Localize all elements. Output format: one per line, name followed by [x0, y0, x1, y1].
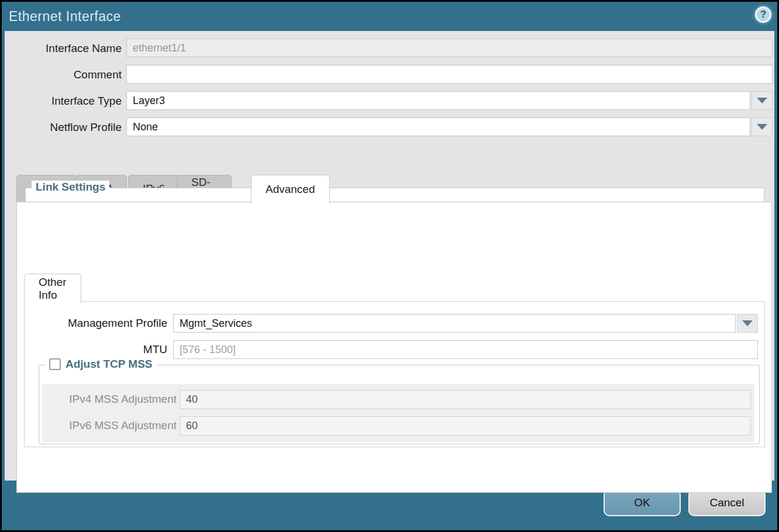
adjust-tcp-mss-legend: Adjust TCP MSS: [45, 358, 157, 371]
netflow-profile-label: Netflow Profile: [5, 118, 122, 137]
link-settings-legend-text: Link Settings: [36, 181, 105, 194]
title-bar: Ethernet Interface: [2, 2, 777, 31]
chevron-down-icon: [742, 320, 753, 326]
chevron-down-icon: [757, 98, 767, 103]
interface-type-label: Interface Type: [5, 92, 122, 110]
interface-name-field: [126, 39, 773, 57]
mtu-label: MTU: [51, 340, 167, 359]
help-glyph: ?: [760, 9, 766, 20]
netflow-profile-dropdown-button[interactable]: [752, 118, 773, 136]
ipv6-mss-adjustment-field: [180, 416, 751, 436]
interface-type-dropdown-button[interactable]: [752, 91, 773, 110]
cancel-button[interactable]: Cancel: [688, 489, 766, 516]
dialog-title: Ethernet Interface: [9, 9, 121, 25]
ipv4-mss-adjustment-label: IPv4 MSS Adjustment: [60, 390, 177, 409]
management-profile-dropdown[interactable]: [173, 314, 758, 333]
management-profile-dropdown-button[interactable]: [737, 314, 758, 333]
adjust-tcp-mss-legend-text: Adjust TCP MSS: [66, 358, 153, 371]
comment-label: Comment: [5, 65, 122, 84]
mtu-field[interactable]: [173, 340, 758, 359]
chevron-down-icon: [757, 124, 767, 130]
netflow-profile-value[interactable]: [126, 118, 750, 136]
interface-name-label: Interface Name: [5, 39, 122, 58]
mss-disabled-group: IPv4 MSS Adjustment IPv6 MSS Adjustment: [42, 384, 754, 442]
adjust-tcp-mss-fieldset: Adjust TCP MSS IPv4 MSS Adjustment IPv6 …: [39, 365, 760, 444]
ipv6-mss-adjustment-label: IPv6 MSS Adjustment: [60, 416, 177, 435]
help-icon[interactable]: ?: [755, 6, 771, 23]
tab-other-info[interactable]: Other Info: [24, 274, 81, 303]
other-info-tab-panel: Management Profile MTU Adjust TCP: [24, 301, 765, 447]
link-settings-legend: Link Settings: [32, 181, 109, 194]
ipv4-mss-adjustment-field: [180, 390, 751, 409]
ok-button[interactable]: OK: [604, 489, 681, 516]
management-profile-label: Management Profile: [51, 314, 167, 333]
interface-type-dropdown[interactable]: [126, 91, 773, 110]
management-profile-value[interactable]: [173, 314, 736, 333]
dialog-chrome: Ethernet Interface ? Interface Name Comm…: [2, 2, 777, 530]
dialog-body: Interface Name Comment Interface Type Ne…: [5, 31, 774, 482]
comment-field[interactable]: [126, 65, 773, 84]
adjust-tcp-mss-checkbox[interactable]: [49, 358, 61, 370]
ethernet-interface-dialog: Ethernet Interface ? Interface Name Comm…: [0, 0, 779, 532]
interface-type-value[interactable]: [126, 91, 750, 110]
netflow-profile-dropdown[interactable]: [126, 118, 773, 136]
tab-advanced[interactable]: Advanced: [251, 175, 330, 203]
